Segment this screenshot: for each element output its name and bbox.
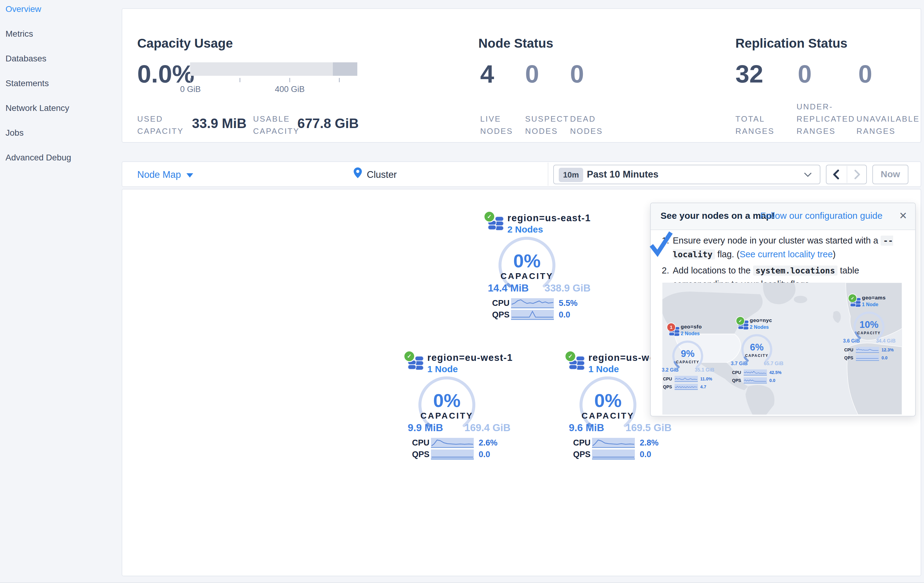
- suspect-nodes-label: SUSPECT NODES: [525, 113, 569, 137]
- capacity-label: CAPACITY: [741, 354, 773, 358]
- qps-label: QPS: [492, 310, 511, 319]
- locality-nodes-link[interactable]: 1 Node: [427, 364, 458, 374]
- capacity-percent: 10%: [853, 319, 885, 330]
- capacity-bar: [190, 63, 357, 76]
- qps-sparkline: [744, 377, 767, 384]
- time-range-badge: 10m: [559, 168, 583, 182]
- healthy-check-icon: ✓: [736, 316, 745, 325]
- live-nodes-count: 4: [480, 61, 494, 86]
- label-line: DEAD: [570, 114, 596, 124]
- locality-nodes-link[interactable]: 1 Node: [588, 364, 619, 374]
- axis-tick: [190, 78, 191, 82]
- prev-time-button[interactable]: [827, 165, 846, 184]
- chevron-right-icon: [854, 170, 861, 180]
- chevron-down-icon: [804, 172, 812, 178]
- locality-tree-link[interactable]: See current locality tree: [740, 249, 833, 259]
- label-line: NODES: [570, 127, 603, 136]
- label-line: SUSPECT: [525, 114, 569, 124]
- capacity-usage-title: Capacity Usage: [137, 36, 233, 51]
- cpu-value: 12.3%: [881, 347, 894, 352]
- total-ranges-label: TOTAL RANGES: [736, 113, 774, 137]
- label-line: NODES: [525, 127, 558, 136]
- configuration-guide-link[interactable]: Follow our configuration guide: [760, 211, 883, 221]
- label-line: USABLE: [253, 114, 290, 124]
- qps-label: QPS: [844, 355, 856, 360]
- unavailable-ranges-label: UNAVAILABLE RANGES: [856, 113, 920, 137]
- capacity-bar-segment: [333, 63, 357, 76]
- sidebar-item-databases[interactable]: Databases: [5, 54, 46, 64]
- live-nodes-label: LIVE NODES: [480, 113, 513, 137]
- label-line: RANGES: [797, 127, 836, 136]
- label-line: REPLICATED: [797, 114, 855, 124]
- cpu-label: CPU: [492, 298, 511, 308]
- used-value: 9.6 MiB: [569, 422, 604, 433]
- sidebar-item-network-latency[interactable]: Network Latency: [5, 103, 69, 113]
- sidebar-item-advanced-debug[interactable]: Advanced Debug: [5, 153, 71, 163]
- cpu-label: CPU: [844, 347, 856, 352]
- sidebar-item-statements[interactable]: Statements: [5, 79, 49, 88]
- label-line: UNDER-: [797, 102, 833, 111]
- locality-title: region=us-east-1: [507, 212, 591, 224]
- total-value: 169.4 GiB: [465, 422, 510, 433]
- view-mode-dropdown[interactable]: Node Map: [137, 169, 193, 180]
- label-line: RANGES: [856, 127, 896, 136]
- healthy-check-icon: ✓: [483, 211, 495, 222]
- qps-value: 0.0: [640, 450, 651, 459]
- next-time-button[interactable]: [847, 165, 868, 184]
- warning-badge-icon: 1: [667, 323, 676, 332]
- locality-card-eu-west-1[interactable]: ✓ region=eu-west-1 1 Node 0% CAPACITY 9.…: [403, 351, 515, 461]
- step-text: ): [833, 249, 836, 259]
- map-node-geo-ams: ✓ geo=ams 1 Node 10% CAPACITY 3.6 GiB 34…: [843, 294, 896, 364]
- capacity-label: CAPACITY: [672, 360, 704, 364]
- cpu-sparkline: [675, 376, 698, 382]
- used-value: 3.6 GiB: [843, 338, 860, 344]
- cluster-summary-panel: Capacity Usage 0.0% 0 GiB 400 GiB USED C…: [122, 8, 921, 143]
- cpu-sparkline: [511, 298, 554, 308]
- capacity-percent: 0%: [578, 390, 638, 411]
- now-button[interactable]: Now: [872, 165, 908, 184]
- locality-card-us-east-1[interactable]: ✓ region=us-east-1 2 Nodes 0% CAPACITY 1…: [483, 211, 595, 321]
- guide-header: See your nodes on a map! Follow our conf…: [651, 203, 915, 230]
- map-node-geo-nyc: ✓ geo=nyc 2 Nodes 6% CAPACITY 3.7 GiB 65…: [731, 316, 784, 387]
- qps-label: QPS: [412, 450, 431, 459]
- view-mode-label: Node Map: [137, 169, 181, 180]
- total-value: 338.9 GiB: [544, 282, 591, 294]
- locality-nodes-link[interactable]: 2 Nodes: [507, 224, 543, 235]
- capacity-label: CAPACITY: [417, 411, 477, 421]
- locality-title: geo=ams: [862, 295, 886, 301]
- cpu-sparkline: [592, 438, 635, 448]
- cockroachdb-console: Overview Metrics Databases Statements Ne…: [0, 0, 924, 583]
- capacity-percent: 0%: [417, 390, 477, 411]
- label-line: CAPACITY: [253, 127, 300, 136]
- dead-nodes-count: 0: [570, 61, 584, 86]
- qps-value: 0.0: [559, 310, 570, 319]
- capacity-used-percent: 0.0%: [137, 61, 195, 86]
- locality-title: geo=nyc: [750, 318, 772, 324]
- breadcrumb[interactable]: Cluster: [367, 169, 397, 180]
- cpu-label: CPU: [573, 438, 592, 448]
- time-range-dropdown[interactable]: 10m Past 10 Minutes: [553, 165, 820, 184]
- capacity-percent: 6%: [741, 342, 773, 353]
- qps-sparkline: [511, 310, 554, 320]
- cpu-label: CPU: [412, 438, 431, 448]
- node-status-title: Node Status: [478, 36, 553, 51]
- label-line: LIVE: [480, 114, 501, 124]
- sidebar-item-jobs[interactable]: Jobs: [5, 128, 23, 138]
- used-capacity-value: 33.9 MiB: [192, 116, 247, 131]
- label-line: TOTAL: [736, 114, 765, 124]
- guide-step-1: 1.Ensure every node in your cluster was …: [662, 234, 906, 261]
- axis-tick: [339, 78, 340, 82]
- toolbar-divider: [548, 163, 548, 186]
- qps-sparkline: [856, 355, 879, 361]
- total-ranges-count: 32: [736, 61, 763, 86]
- qps-sparkline: [675, 384, 698, 390]
- sidebar-item-overview[interactable]: Overview: [5, 4, 41, 14]
- label-line: UNAVAILABLE: [856, 114, 920, 124]
- qps-sparkline: [431, 450, 474, 459]
- sidebar-item-metrics[interactable]: Metrics: [5, 29, 33, 39]
- step-text: Ensure every node in your cluster was st…: [673, 236, 881, 245]
- qps-label: QPS: [663, 384, 675, 389]
- close-icon[interactable]: ✕: [899, 210, 907, 222]
- cpu-sparkline: [431, 438, 474, 448]
- cpu-label: CPU: [732, 370, 744, 375]
